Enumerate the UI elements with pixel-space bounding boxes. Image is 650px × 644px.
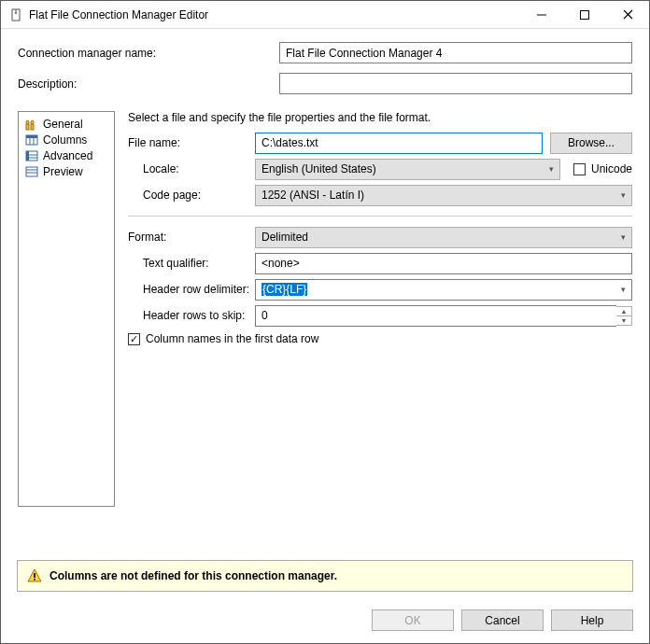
header-delim-combo[interactable]: {CR}{LF} ▾ (255, 279, 632, 301)
chevron-down-icon: ▾ (621, 285, 626, 294)
nav-label: Advanced (43, 149, 92, 162)
header-skip-spinner[interactable]: ▲ ▼ (616, 306, 632, 326)
columns-icon (24, 133, 39, 147)
locale-label: Locale: (128, 162, 255, 175)
svg-rect-4 (581, 10, 589, 19)
header-delim-value: {CR}{LF} (261, 283, 307, 296)
general-icon (24, 117, 39, 132)
general-page: Select a file and specify the file prope… (128, 111, 632, 507)
svg-rect-22 (34, 573, 35, 578)
close-button[interactable] (606, 1, 649, 28)
connection-name-input[interactable] (279, 42, 632, 63)
nav-label: Preview (43, 165, 83, 178)
locale-value: English (United States) (261, 162, 376, 175)
warning-icon (27, 568, 42, 583)
code-page-combo[interactable]: 1252 (ANSI - Latín I) ▾ (255, 185, 632, 206)
file-name-input[interactable] (255, 133, 543, 154)
nav-item-advanced[interactable]: Advanced (21, 147, 112, 163)
chevron-down-icon: ▾ (621, 232, 626, 242)
header-skip-label: Header rows to skip: (128, 309, 255, 322)
help-button[interactable]: Help (551, 609, 633, 631)
titlebar: Flat File Connection Manager Editor (1, 1, 649, 29)
chevron-down-icon: ▾ (621, 190, 626, 200)
format-combo[interactable]: Delimited ▾ (255, 227, 632, 248)
nav-item-columns[interactable]: Columns (21, 132, 112, 147)
nav-label: Columns (43, 133, 87, 147)
unicode-checkbox[interactable] (573, 163, 586, 175)
nav-label: General (43, 118, 83, 131)
spin-down-icon[interactable]: ▼ (616, 316, 631, 325)
warning-bar: Columns are not defined for this connect… (17, 560, 633, 592)
nav-item-preview[interactable]: Preview (21, 163, 112, 179)
cancel-button[interactable]: Cancel (461, 609, 544, 631)
spin-up-icon[interactable]: ▲ (616, 307, 631, 316)
app-icon (8, 7, 23, 22)
window-title: Flat File Connection Manager Editor (29, 8, 520, 21)
preview-icon (24, 164, 39, 179)
warning-text: Columns are not defined for this connect… (49, 569, 337, 582)
advanced-icon (24, 148, 39, 163)
code-page-value: 1252 (ANSI - Latín I) (261, 189, 364, 202)
code-page-label: Code page: (128, 189, 255, 202)
description-input[interactable] (279, 73, 632, 94)
format-label: Format: (128, 231, 255, 244)
text-qualifier-label: Text qualifier: (128, 257, 255, 270)
connection-name-label: Connection manager name: (18, 47, 279, 60)
instruction-text: Select a file and specify the file prope… (128, 111, 632, 124)
separator (128, 216, 632, 217)
chevron-down-icon: ▾ (549, 164, 554, 174)
text-qualifier-input[interactable] (255, 253, 632, 274)
nav-item-general[interactable]: General (21, 116, 112, 132)
ok-button[interactable]: OK (372, 609, 454, 631)
locale-combo[interactable]: English (United States) ▾ (255, 159, 560, 180)
description-label: Description: (18, 77, 279, 91)
window-buttons (520, 1, 649, 28)
column-names-label: Column names in the first data row (146, 332, 318, 345)
column-names-checkbox[interactable]: ✓ (128, 333, 140, 345)
svg-point-10 (31, 120, 34, 124)
svg-point-2 (15, 12, 17, 14)
unicode-label: Unicode (591, 162, 632, 175)
header-skip-input[interactable] (255, 305, 616, 327)
svg-rect-19 (26, 167, 37, 176)
svg-rect-8 (31, 124, 34, 130)
dialog-content: Connection manager name: Description: Ge… (1, 29, 649, 507)
maximize-button[interactable] (563, 1, 606, 28)
browse-button[interactable]: Browse... (550, 133, 632, 154)
header-delim-label: Header row delimiter: (128, 283, 255, 296)
svg-rect-12 (26, 135, 37, 138)
svg-rect-7 (26, 124, 29, 130)
nav-list: General Columns Advanced Preview (18, 111, 115, 507)
svg-rect-23 (34, 579, 35, 581)
file-name-label: File name: (128, 136, 255, 149)
dialog-buttons: OK Cancel Help (372, 609, 633, 631)
minimize-button[interactable] (520, 1, 563, 28)
svg-rect-16 (26, 151, 29, 161)
format-value: Delimited (261, 231, 308, 244)
svg-point-9 (26, 120, 29, 124)
